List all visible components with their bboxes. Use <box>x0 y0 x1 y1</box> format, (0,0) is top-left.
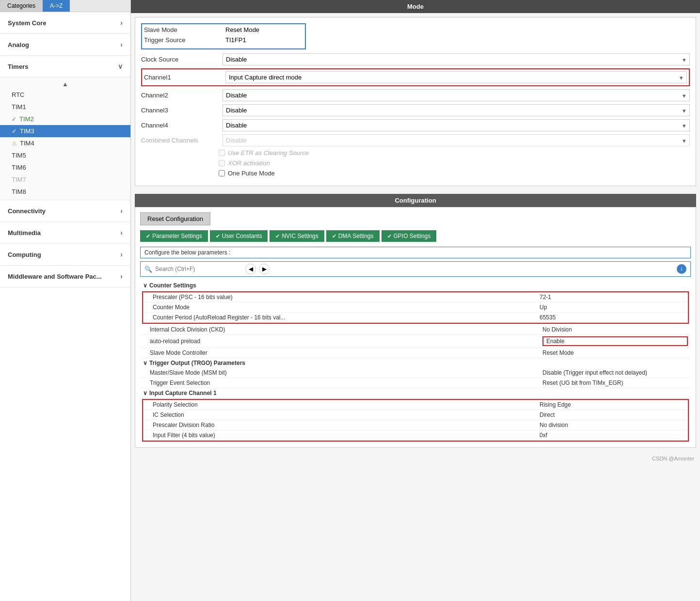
prescaler-div-value: No division <box>540 422 685 428</box>
input-capture-label: Input Capture Channel 1 <box>149 390 217 396</box>
polarity-name: Polarity Selection <box>153 401 540 408</box>
trigger-source-row: Trigger Source TI1FP1 <box>144 36 303 44</box>
auto-reload-value: Enable <box>542 336 688 346</box>
sidebar-item-tim5[interactable]: TIM5 <box>0 149 130 161</box>
channel3-select[interactable]: Disable <box>223 104 690 116</box>
trigger-source-value: TI1FP1 <box>225 36 246 44</box>
nav-prev-button[interactable]: ◀ <box>245 264 256 274</box>
tab-atoz[interactable]: A->Z <box>43 0 70 12</box>
channel2-row: Channel2 Disable <box>141 89 690 101</box>
slave-mode-ctrl-row: Slave Mode Controller Reset Mode <box>140 348 691 358</box>
sidebar-item-rtc[interactable]: RTC <box>0 89 130 101</box>
sidebar-item-tim7[interactable]: TIM7 <box>0 174 130 186</box>
xor-checkbox[interactable] <box>219 160 225 166</box>
channel2-select[interactable]: Disable <box>223 89 690 101</box>
sidebar-item-tim8[interactable]: TIM8 <box>0 186 130 198</box>
tab-nvic-settings[interactable]: ✔ NVIC Settings <box>270 230 324 242</box>
polarity-value: Rising Edge <box>540 401 685 408</box>
sidebar-tab-bar: Categories A->Z <box>0 0 130 12</box>
sidebar-item-computing[interactable]: Computing › <box>0 244 130 266</box>
channel3-label: Channel3 <box>141 107 219 114</box>
nvic-tab-label: NVIC Settings <box>282 233 318 239</box>
tim1-label: TIM1 <box>12 103 26 111</box>
tim3-label: TIM3 <box>20 127 34 135</box>
tim2-label: TIM2 <box>19 115 34 123</box>
tim4-warn-icon: ⚠ <box>12 140 17 147</box>
computing-label: Computing <box>8 251 41 258</box>
channel3-select-wrapper[interactable]: Disable <box>223 104 690 116</box>
sidebar-item-multimedia[interactable]: Multimedia › <box>0 222 130 244</box>
tim4-label: TIM4 <box>20 140 34 147</box>
analog-label: Analog <box>8 41 29 48</box>
ckd-value: No Division <box>542 326 688 333</box>
etr-checkbox-row: Use ETR as Clearing Source <box>219 149 690 157</box>
sidebar-item-tim6[interactable]: TIM6 <box>0 161 130 174</box>
one-pulse-checkbox[interactable] <box>219 170 225 176</box>
combined-channels-select[interactable]: Disable <box>223 134 690 146</box>
slave-mode-label: Slave Mode <box>144 26 222 33</box>
watermark: CSDN @Amonter <box>131 452 700 465</box>
counter-mode-name: Counter Mode <box>153 304 540 311</box>
trigger-event-row: Trigger Event Selection Reset (UG bit fr… <box>140 378 691 388</box>
channel2-select-wrapper[interactable]: Disable <box>223 89 690 101</box>
channel4-row: Channel4 Disable <box>141 119 690 131</box>
one-pulse-label: One Pulse Mode <box>228 170 275 177</box>
input-filter-row: Input Filter (4 bits value) 0xf <box>143 430 688 441</box>
sidebar-item-tim1[interactable]: TIM1 <box>0 101 130 113</box>
input-capture-collapse-icon: ∨ <box>143 390 147 396</box>
combined-channels-select-wrapper[interactable]: Disable <box>223 134 690 146</box>
input-capture-header[interactable]: ∨ Input Capture Channel 1 <box>140 388 691 398</box>
channel1-label: Channel1 <box>144 74 222 81</box>
config-section: Configuration Reset Configuration ✔ Para… <box>135 194 696 448</box>
sidebar-item-middleware[interactable]: Middleware and Software Pac... › <box>0 266 130 287</box>
search-icon: 🔍 <box>144 266 152 273</box>
tab-user-constants[interactable]: ✔ User Constants <box>210 230 268 242</box>
counter-collapse-icon: ∨ <box>143 282 147 289</box>
sidebar-item-tim2[interactable]: ✓ TIM2 <box>0 113 130 125</box>
multimedia-label: Multimedia <box>8 229 41 237</box>
timers-submenu: ▲ RTC TIM1 ✓ TIM2 ✓ TIM3 ⚠ TIM4 TIM5 TIM… <box>0 78 130 200</box>
slave-mode-ctrl-value: Reset Mode <box>542 349 688 356</box>
ic-selection-name: IC Selection <box>153 411 540 418</box>
tab-gpio-settings[interactable]: ✔ GPIO Settings <box>382 230 437 242</box>
tab-parameter-settings[interactable]: ✔ Parameter Settings <box>140 230 208 242</box>
reset-config-button[interactable]: Reset Configuration <box>140 212 210 225</box>
counter-mode-value: Up <box>540 304 685 311</box>
counter-settings-header[interactable]: ∨ Counter Settings <box>140 281 691 290</box>
msm-name: Master/Slave Mode (MSM bit) <box>150 369 542 376</box>
etr-checkbox[interactable] <box>219 150 225 156</box>
trgo-header[interactable]: ∨ Trigger Output (TRGO) Parameters <box>140 358 691 368</box>
one-pulse-checkbox-row: One Pulse Mode <box>219 170 690 177</box>
tab-categories[interactable]: Categories <box>0 0 43 12</box>
sidebar-item-system-core[interactable]: System Core › <box>0 12 130 34</box>
channel1-select[interactable]: Input Capture direct mode <box>225 71 687 83</box>
ckd-name: Internal Clock Division (CKD) <box>150 326 542 333</box>
sidebar-item-timers[interactable]: Timers ∨ <box>0 56 130 78</box>
sidebar-item-tim3[interactable]: ✓ TIM3 <box>0 125 130 137</box>
clock-source-select-wrapper[interactable]: Disable <box>223 53 690 65</box>
counter-period-row: Counter Period (AutoReload Register - 16… <box>143 313 688 323</box>
configure-label: Configure the below parameters : <box>140 247 691 258</box>
xor-checkbox-row: XOR activation <box>219 159 690 167</box>
prescaler-div-row: Prescaler Division Ratio No division <box>143 420 688 430</box>
sidebar-item-analog[interactable]: Analog › <box>0 34 130 56</box>
main-content: Mode Slave Mode Reset Mode Trigger Sourc… <box>131 0 700 601</box>
search-input[interactable] <box>155 266 242 272</box>
channel3-row: Channel3 Disable <box>141 104 690 116</box>
channel1-select-wrapper[interactable]: Input Capture direct mode <box>225 71 687 83</box>
sidebar-item-tim4[interactable]: ⚠ TIM4 <box>0 137 130 149</box>
submenu-scroll-up[interactable]: ▲ <box>62 80 68 88</box>
msm-value: Disable (Trigger input effect not delaye… <box>542 369 688 376</box>
connectivity-label: Connectivity <box>8 207 46 215</box>
tab-dma-settings[interactable]: ✔ DMA Settings <box>326 230 380 242</box>
config-panel: Reset Configuration ✔ Parameter Settings… <box>135 207 696 448</box>
search-row: 🔍 ◀ ▶ i <box>140 261 691 277</box>
nav-next-button[interactable]: ▶ <box>259 264 270 274</box>
param-tab-icon: ✔ <box>146 233 150 239</box>
info-button[interactable]: i <box>677 264 686 274</box>
clock-source-select[interactable]: Disable <box>223 53 690 65</box>
channel4-select[interactable]: Disable <box>223 119 690 131</box>
channel2-label: Channel2 <box>141 92 219 99</box>
sidebar-item-connectivity[interactable]: Connectivity › <box>0 200 130 222</box>
channel4-select-wrapper[interactable]: Disable <box>223 119 690 131</box>
